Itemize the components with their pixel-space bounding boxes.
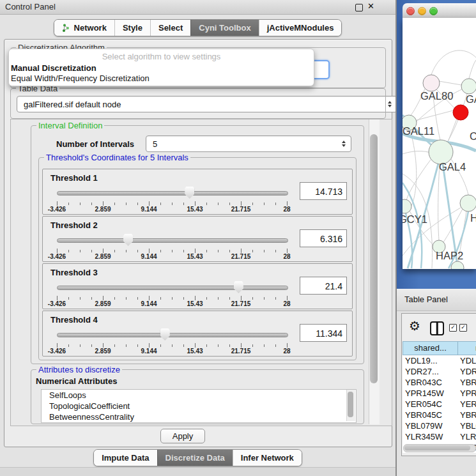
network-node[interactable] — [460, 195, 476, 211]
tick-mark — [160, 297, 161, 300]
horizontal-scrollbar-thumb[interactable] — [404, 445, 470, 450]
tick-mark — [126, 297, 127, 300]
node-label-h: H — [470, 212, 476, 224]
threshold-value-field[interactable]: 6.316 — [300, 229, 347, 247]
column-header-2[interactable]: n... — [458, 341, 476, 355]
checkbox-checked-icon[interactable]: ✓ — [449, 324, 457, 332]
tick-mark — [264, 203, 265, 205]
bottom-tab-infer-network[interactable]: Infer Network — [233, 450, 302, 466]
tick-mark — [275, 203, 276, 205]
network-edge[interactable] — [438, 164, 440, 240]
network-view-canvas[interactable]: GAL80GACGAL11GAL4GCY1HHAP2 — [403, 18, 476, 269]
close-button[interactable] — [406, 7, 415, 15]
threshold-label: Threshold 1 — [50, 173, 98, 183]
table-row[interactable]: YDR27...YDR2 — [403, 366, 476, 377]
network-node[interactable] — [451, 261, 464, 269]
threshold-slider[interactable] — [57, 186, 287, 200]
threshold-value-field[interactable]: 11.344 — [300, 324, 347, 342]
node-label-gal80: GAL80 — [420, 90, 453, 102]
tick-mark — [206, 250, 207, 252]
tick-mark — [137, 297, 138, 300]
network-node-selected[interactable] — [453, 105, 468, 120]
table-cell: YDR2 — [458, 366, 476, 377]
tab-network[interactable]: Network — [54, 20, 114, 36]
scale-label: 9.144 — [141, 206, 157, 213]
network-edge[interactable] — [439, 81, 461, 85]
combo-spinner-icon — [388, 101, 392, 107]
tick-mark — [103, 249, 104, 253]
tab-jactivemnodules[interactable]: jActiveMNodules — [259, 20, 342, 36]
slider-track[interactable] — [57, 286, 288, 290]
threshold-label: Threshold 4 — [50, 315, 98, 325]
thresholds-group-label: Threshold's Coordinates for 5 Intervals — [44, 153, 190, 162]
scale-label: 28 — [283, 300, 290, 307]
tick-mark — [252, 250, 253, 252]
network-node[interactable] — [461, 79, 476, 94]
zoom-button[interactable] — [429, 7, 438, 15]
slider-thumb[interactable] — [234, 281, 243, 293]
network-edge[interactable] — [469, 60, 476, 79]
table-row[interactable]: YBR045CYBR0 — [403, 410, 476, 420]
bottom-tab-discretize-data[interactable]: Discretize Data — [157, 450, 233, 466]
threshold-value-field[interactable]: 21.4 — [300, 277, 347, 295]
tab-style[interactable]: Style — [114, 20, 150, 36]
float-window-icon[interactable] — [355, 4, 363, 12]
threshold-value-field[interactable]: 14.713 — [300, 182, 347, 200]
attribute-item-betweennesscentrality[interactable]: BetweennessCentrality — [42, 411, 356, 422]
tab-cyni-toolbox[interactable]: Cyni Toolbox — [190, 20, 258, 36]
tick-mark — [91, 250, 92, 252]
network-edge[interactable] — [417, 111, 453, 120]
table-row[interactable]: YBL079WYBL0 — [403, 420, 476, 431]
slider-thumb[interactable] — [160, 328, 170, 341]
table-header-row: shared...n... — [403, 341, 476, 355]
algorithm-option-equal-width-frequency-discretization[interactable]: Equal Width/Frequency Discretization — [9, 73, 314, 84]
numerical-attributes-list[interactable]: SelfLoopsTopologicalCoefficientBetweenne… — [41, 389, 357, 423]
node-label-gal4: GAL4 — [439, 161, 466, 173]
minimize-button[interactable] — [418, 7, 426, 15]
close-icon[interactable]: ✕ — [367, 1, 374, 11]
checkbox-checked-icon[interactable]: ✓ — [459, 324, 467, 332]
tick-mark — [160, 203, 161, 205]
slider-track[interactable] — [57, 238, 288, 243]
slider-track[interactable] — [57, 333, 288, 337]
algorithm-option-manual-discretization[interactable]: Manual Discretization — [9, 63, 314, 73]
table-row[interactable]: YDL19...YDL1 — [403, 355, 476, 366]
tick-mark — [126, 344, 127, 347]
threshold-slider[interactable] — [57, 233, 287, 247]
vertical-scrollbar-thumb[interactable] — [370, 134, 378, 383]
slider-thumb[interactable] — [185, 187, 194, 199]
tab-select[interactable]: Select — [150, 20, 190, 36]
tab-label: jActiveMNodules — [267, 23, 334, 33]
tick-mark — [80, 203, 81, 205]
attribute-item-topologicalcoefficient[interactable]: TopologicalCoefficient — [42, 401, 356, 411]
threshold-slider[interactable] — [57, 328, 287, 342]
column-header-1[interactable]: shared... — [403, 341, 458, 355]
tick-mark — [264, 250, 265, 252]
table-cell: YDL1 — [458, 355, 476, 366]
number-of-intervals-combobox[interactable]: 5 — [146, 135, 351, 152]
tick-mark — [183, 250, 184, 252]
threshold-slider[interactable] — [57, 280, 287, 295]
network-graph[interactable]: GAL80GACGAL11GAL4GCY1HHAP2 — [403, 18, 476, 269]
attributes-list-scrollbar-thumb[interactable] — [348, 392, 353, 417]
table-row[interactable]: YBR043CYBR0 — [403, 377, 476, 388]
network-edge[interactable] — [431, 50, 476, 75]
gear-icon[interactable]: ⚙ — [409, 319, 420, 333]
table-cell: YLR345W — [403, 431, 458, 442]
tick-mark — [195, 343, 196, 348]
scale-label: 28 — [283, 253, 290, 260]
table-row[interactable]: YPR145WYPR1 — [403, 388, 476, 399]
table-row[interactable]: YER054CYER0 — [403, 399, 476, 410]
slider-thumb[interactable] — [123, 234, 133, 246]
tab-label: Network — [74, 23, 107, 33]
table-cell: YBR045C — [403, 410, 458, 420]
slider-track[interactable] — [57, 191, 288, 196]
attribute-item-selfloops[interactable]: SelfLoops — [42, 390, 356, 401]
tick-mark — [229, 297, 230, 300]
columns-icon[interactable] — [430, 321, 444, 335]
numerical-attributes-label: Numerical Attributes — [36, 376, 117, 386]
table-row[interactable]: YLR345WYLR3 — [403, 431, 476, 442]
bottom-tab-impute-data[interactable]: Impute Data — [94, 450, 157, 466]
network-node[interactable] — [423, 75, 440, 91]
apply-button[interactable]: Apply — [160, 429, 205, 443]
